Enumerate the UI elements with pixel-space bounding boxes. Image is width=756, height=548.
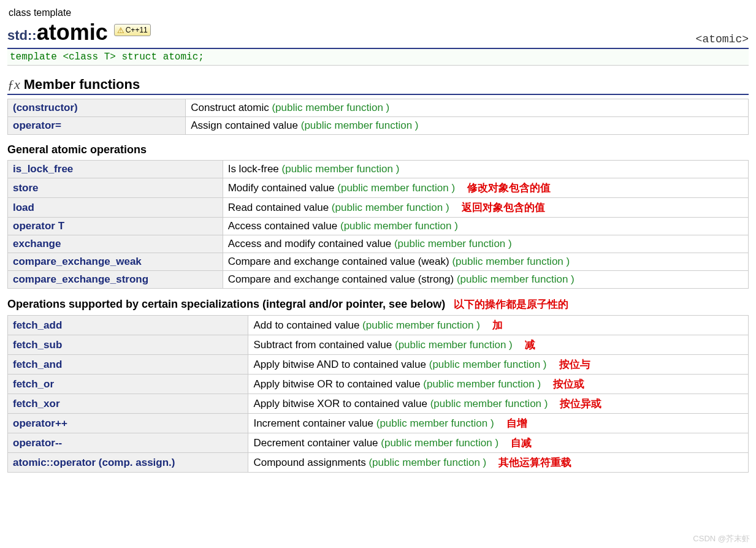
function-desc-cell: Access contained value (public member fu… [223,218,748,235]
function-link[interactable]: fetch_and [13,359,62,370]
member-tag: (public member function ) [423,378,541,390]
function-desc-cell: Construct atomic (public member function… [186,99,749,117]
title-line: std::atomic ⚠ C++11 [7,20,151,45]
cpp11-badge: ⚠ C++11 [114,24,151,36]
function-desc-cell: Is lock-free (public member function ) [223,161,748,178]
function-desc-cell: Modify contained value (public member fu… [223,178,748,198]
table-row: operator=Assign contained value (public … [8,117,749,135]
function-link[interactable]: is_lock_free [13,163,73,175]
function-link[interactable]: atomic::operator (comp. assign.) [13,457,175,468]
member-tag: (public member function ) [337,182,455,194]
member-tag: (public member function ) [272,102,389,113]
function-link[interactable]: (constructor) [13,102,78,113]
classname-text: atomic [37,20,108,45]
function-note-red: 按位与 [559,359,590,370]
ops-note-red: 以下的操作都是原子性的 [454,297,568,311]
table-row: exchangeAccess and modify contained valu… [8,235,749,253]
function-desc: Compound assignments [253,457,368,468]
table-row: fetch_andApply bitwise AND to contained … [8,355,749,375]
function-desc-cell: Add to contained value (public member fu… [248,316,749,335]
ops-table: fetch_addAdd to contained value (public … [7,315,749,473]
table-row: fetch_addAdd to contained value (public … [8,316,749,335]
function-desc: Access contained value [228,220,340,232]
function-desc: Apply bitwise OR to contained value [253,378,423,390]
function-link[interactable]: exchange [13,238,61,249]
function-link[interactable]: fetch_add [13,319,62,331]
member-tag: (public member function ) [340,220,458,232]
function-desc: Read contained value [228,202,332,213]
function-link[interactable]: fetch_xor [13,398,60,409]
function-note-red: 返回对象包含的值 [462,202,545,213]
function-desc: Increment container value [253,417,376,429]
member-tag: (public member function ) [457,273,575,285]
function-link[interactable]: compare_exchange_strong [13,273,148,285]
function-note-red: 减 [525,339,535,351]
function-link[interactable]: load [13,202,34,213]
function-desc-cell: Apply bitwise XOR to contained value (pu… [248,394,749,414]
member-tag: (public member function ) [332,202,449,213]
function-link[interactable]: operator-- [13,437,62,449]
section-header: ƒx Member functions [7,77,749,95]
function-link[interactable]: operator++ [13,417,67,429]
fx-icon: ƒx [7,77,20,93]
member-tag: (public member function ) [301,120,419,131]
function-desc: Access and modify contained value [228,238,394,249]
ops-subheader: Operations supported by certain speciali… [7,297,749,311]
function-link[interactable]: operator T [13,220,64,232]
badge-label: C++11 [126,26,148,34]
table-row: operator++Increment container value (pub… [8,414,749,433]
table-row: fetch_xorApply bitwise XOR to contained … [8,394,749,414]
table-row: compare_exchange_weakCompare and exchang… [8,253,749,271]
function-note-red: 按位或 [553,378,584,390]
function-desc-cell: Compare and exchange contained value (we… [223,253,748,271]
function-link[interactable]: store [13,182,39,194]
function-link[interactable]: fetch_sub [13,339,62,351]
function-desc-cell: Access and modify contained value (publi… [223,235,748,253]
function-link[interactable]: compare_exchange_weak [13,256,142,267]
member-tag: (public member function ) [429,359,547,370]
function-note-red: 其他运算符重载 [498,457,571,468]
function-note-red: 自减 [511,437,532,449]
function-desc-cell: Read contained value (public member func… [223,198,748,218]
table-row: (constructor)Construct atomic (public me… [8,99,749,117]
member-tag: (public member function ) [395,339,513,351]
header-include: <atomic> [696,33,749,45]
general-subheader: General atomic operations [7,143,749,156]
member-tag: (public member function ) [362,319,480,331]
function-desc: Apply bitwise AND to contained value [253,359,429,370]
function-desc-cell: Assign contained value (public member fu… [186,117,749,135]
table-row: operator TAccess contained value (public… [8,218,749,235]
function-note-red: 自增 [506,417,527,429]
function-desc: Apply bitwise XOR to contained value [253,398,430,409]
table-row: fetch_orApply bitwise OR to contained va… [8,375,749,394]
function-desc: Is lock-free [228,163,282,175]
warning-icon: ⚠ [117,26,124,34]
member-tag: (public member function ) [452,256,570,267]
function-desc-cell: Increment container value (public member… [248,414,749,433]
function-desc: Compare and exchange contained value (st… [228,273,457,285]
class-template-label: class template [9,7,749,18]
function-desc-cell: Decrement container value (public member… [248,433,749,453]
function-desc-cell: Subtract from contained value (public me… [248,335,749,355]
table-row: storeModify contained value (public memb… [8,178,749,198]
member-tag: (public member function ) [430,398,548,409]
function-note-red: 修改对象包含的值 [467,182,551,194]
page-title-row: std::atomic ⚠ C++11 <atomic> [7,20,749,45]
function-desc: Add to contained value [253,319,362,331]
member-tag: (public member function ) [368,457,486,468]
function-desc: Subtract from contained value [253,339,395,351]
member-tag: (public member function ) [394,238,512,249]
function-link[interactable]: operator= [13,120,61,131]
function-note-red: 按位异或 [560,398,601,409]
function-desc: Construct atomic [191,102,272,113]
function-desc: Modify contained value [228,182,338,194]
function-desc-cell: Compound assignments (public member func… [248,453,749,473]
member-tag: (public member function ) [381,437,498,449]
function-desc: Decrement container value [253,437,381,449]
member-tag: (public member function ) [376,417,494,429]
table-row: loadRead contained value (public member … [8,198,749,218]
function-link[interactable]: fetch_or [13,378,54,390]
table-row: fetch_subSubtract from contained value (… [8,335,749,355]
function-desc: Compare and exchange contained value (we… [228,256,452,267]
general-table: is_lock_freeIs lock-free (public member … [7,160,749,289]
